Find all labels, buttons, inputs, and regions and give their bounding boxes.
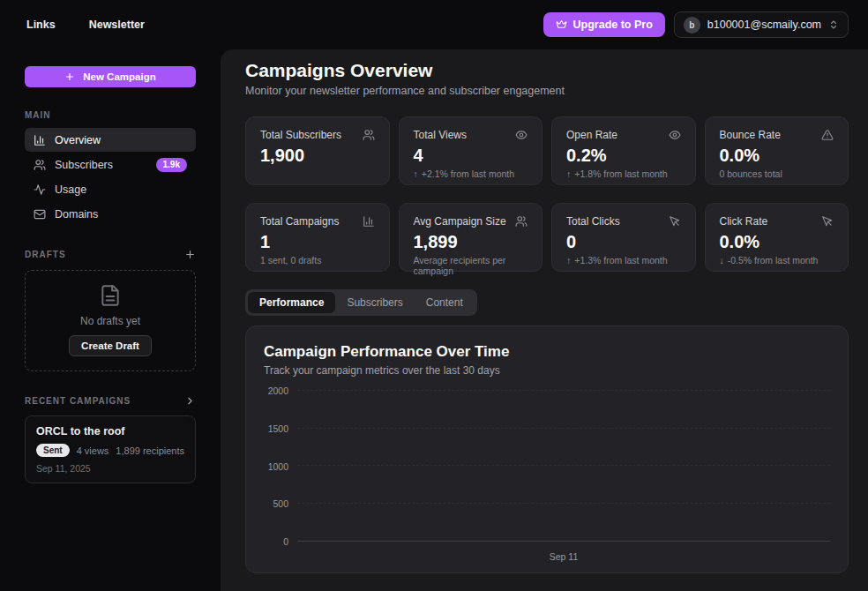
campaign-date: Sep 11, 2025 xyxy=(36,463,184,474)
stat-label: Total Views xyxy=(414,129,467,141)
sidebar-item-label: Overview xyxy=(55,134,101,146)
campaign-views: 4 views xyxy=(77,445,109,456)
chart-card: Campaign Performance Over Time Track you… xyxy=(245,325,849,573)
sidebar-item-overview[interactable]: Overview xyxy=(25,128,196,152)
stat-subtext: +1.8% from last month xyxy=(574,168,667,179)
stat-value: 1,900 xyxy=(260,146,375,166)
mouse-pointer-icon xyxy=(821,215,834,228)
drafts-section-header: DRAFTS xyxy=(25,249,196,260)
drafts-section-label: DRAFTS xyxy=(25,250,66,259)
chart-gridline xyxy=(297,503,830,504)
stat-value: 1 xyxy=(260,232,375,252)
topbar: Links Newsletter Upgrade to Pro b b10000… xyxy=(0,0,868,49)
crown-icon xyxy=(556,19,567,31)
chart-x-tick: Sep 11 xyxy=(550,551,579,562)
plus-icon xyxy=(184,249,196,260)
new-campaign-button[interactable]: New Campaign xyxy=(25,66,196,87)
file-text-icon xyxy=(99,284,122,307)
recent-campaigns-expand-button[interactable] xyxy=(184,395,196,407)
stat-value: 4 xyxy=(414,146,528,166)
chevron-right-icon xyxy=(184,395,196,407)
stat-subtext: -0.5% from last month xyxy=(728,255,819,266)
recent-campaigns-header: RECENT CAMPAIGNS xyxy=(25,395,196,407)
stat-subtext: +2.1% from last month xyxy=(422,168,514,179)
sidebar-item-subscribers[interactable]: Subscribers 1.9k xyxy=(25,153,196,176)
stat-value: 0.0% xyxy=(720,232,834,252)
account-email: b100001@scmaily.com xyxy=(707,19,821,31)
stat-label: Avg Campaign Size xyxy=(414,215,506,228)
sidebar: New Campaign MAIN Overview Subscribers 1… xyxy=(0,49,221,591)
no-drafts-text: No drafts yet xyxy=(34,315,186,327)
chart-tabs: Performance Subscribers Content xyxy=(245,289,477,316)
sidebar-item-label: Domains xyxy=(55,208,98,221)
stat-subtext: 1 sent, 0 drafts xyxy=(260,255,321,266)
trend-down-arrow: ↓ xyxy=(720,255,724,266)
eye-icon xyxy=(669,129,681,141)
stat-value: 1,899 xyxy=(414,232,528,252)
create-draft-button[interactable]: Create Draft xyxy=(69,335,152,356)
sidebar-item-domains[interactable]: Domains xyxy=(25,202,196,226)
upgrade-label: Upgrade to Pro xyxy=(573,19,653,31)
chart-y-tick: 500 xyxy=(273,498,288,509)
stat-label: Total Clicks xyxy=(566,215,620,228)
stat-card-total-views: Total Views 4 ↑+2.1% from last month xyxy=(399,116,543,185)
chart-y-axis: 0500100015002000 xyxy=(264,391,297,542)
tab-content[interactable]: Content xyxy=(415,292,475,313)
users-icon xyxy=(34,159,46,171)
account-menu[interactable]: b b100001@scmaily.com xyxy=(674,11,849,38)
chart-subtitle: Track your campaign metrics over the las… xyxy=(264,364,830,377)
stat-label: Click Rate xyxy=(720,215,768,228)
status-badge: Sent xyxy=(36,444,70,457)
stat-value: 0.0% xyxy=(720,146,834,166)
add-draft-button[interactable] xyxy=(184,249,196,260)
stat-value: 0.2% xyxy=(566,146,681,166)
top-nav: Links Newsletter xyxy=(26,19,145,31)
stat-card-click-rate: Click Rate 0.0% ↓-0.5% from last month xyxy=(705,203,849,272)
chart-y-tick: 0 xyxy=(283,536,288,547)
chart-y-tick: 1500 xyxy=(268,423,288,434)
stat-subtext: +1.3% from last month xyxy=(574,255,667,266)
main-content: Campaigns Overview Monitor your newslett… xyxy=(221,49,868,591)
mail-icon xyxy=(34,208,46,221)
new-campaign-label: New Campaign xyxy=(83,71,155,82)
mouse-pointer-icon xyxy=(669,215,681,228)
sidebar-item-label: Usage xyxy=(55,183,86,196)
stat-value: 0 xyxy=(566,232,681,252)
trend-up-arrow: ↑ xyxy=(566,168,571,179)
stat-card-open-rate: Open Rate 0.2% ↑+1.8% from last month xyxy=(551,116,696,185)
tab-subscribers[interactable]: Subscribers xyxy=(335,292,414,313)
upgrade-to-pro-button[interactable]: Upgrade to Pro xyxy=(543,12,665,37)
campaign-meta: Sent 4 views 1,899 recipients xyxy=(36,444,184,457)
sidebar-item-usage[interactable]: Usage xyxy=(25,177,196,201)
users-icon xyxy=(515,215,528,228)
recent-campaign-item[interactable]: ORCL to the roof Sent 4 views 1,899 reci… xyxy=(25,415,196,483)
chart-plot xyxy=(297,391,830,542)
trend-up-arrow: ↑ xyxy=(414,168,418,179)
main-section-label: MAIN xyxy=(25,110,196,120)
tab-performance[interactable]: Performance xyxy=(248,292,335,313)
nav-link-links[interactable]: Links xyxy=(26,19,56,31)
chart-gridline xyxy=(297,390,830,391)
stat-subtext: Average recipients per campaign xyxy=(414,255,528,276)
chart-gridline xyxy=(297,465,830,466)
sidebar-item-label: Subscribers xyxy=(55,159,113,171)
chart-y-tick: 1000 xyxy=(268,461,288,472)
recent-campaigns-label: RECENT CAMPAIGNS xyxy=(25,396,131,406)
chart-title: Campaign Performance Over Time xyxy=(264,343,830,361)
campaign-title: ORCL to the roof xyxy=(36,425,184,438)
nav-link-newsletter[interactable]: Newsletter xyxy=(89,19,145,31)
plus-icon xyxy=(64,71,75,82)
avatar: b xyxy=(684,17,700,34)
bar-chart-icon xyxy=(34,134,46,146)
stat-label: Total Campaigns xyxy=(260,215,339,228)
stat-card-bounce-rate: Bounce Rate 0.0% 0 bounces total xyxy=(705,116,849,185)
stats-grid: Total Subscribers 1,900 Total Views 4 ↑+… xyxy=(245,116,849,272)
chart-y-tick: 2000 xyxy=(268,385,288,396)
page-subtitle: Monitor your newsletter performance and … xyxy=(245,85,849,97)
stat-card-total-clicks: Total Clicks 0 ↑+1.3% from last month xyxy=(551,203,696,272)
page-title: Campaigns Overview xyxy=(245,60,849,81)
campaign-recipients: 1,899 recipients xyxy=(116,445,184,456)
campaign-performance-chart: 0500100015002000 xyxy=(264,391,830,542)
subscribers-count-badge: 1.9k xyxy=(156,158,187,172)
bar-chart-icon xyxy=(363,215,375,228)
